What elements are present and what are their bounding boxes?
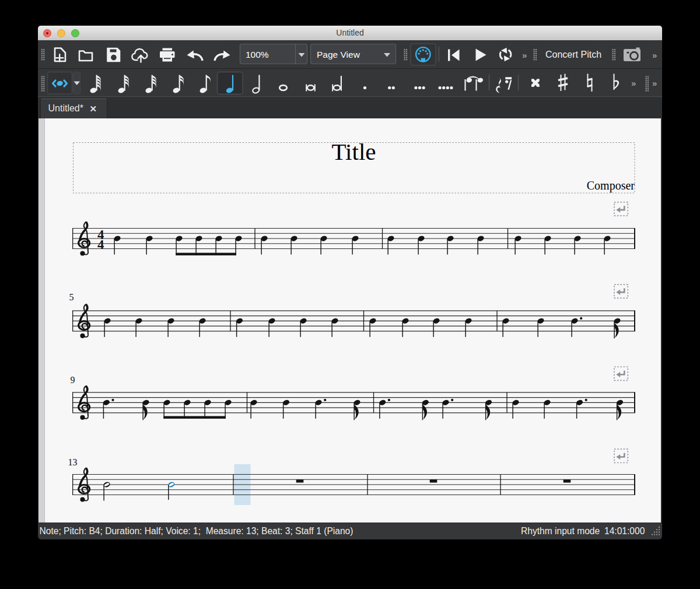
svg-text:Title: Title — [332, 138, 376, 165]
svg-text:Composer: Composer — [587, 179, 635, 192]
svg-text:9: 9 — [71, 375, 75, 385]
svg-text:5: 5 — [69, 292, 74, 302]
svg-text:Page View: Page View — [317, 50, 360, 59]
svg-text:13: 13 — [68, 457, 78, 467]
svg-text:100%: 100% — [246, 50, 269, 59]
svg-text:Concert Pitch: Concert Pitch — [545, 50, 601, 59]
svg-text:»: » — [652, 78, 657, 88]
svg-text:»: » — [631, 78, 636, 88]
svg-text:4: 4 — [97, 237, 104, 252]
svg-text:»: » — [522, 50, 527, 60]
svg-text:»: » — [652, 50, 657, 60]
